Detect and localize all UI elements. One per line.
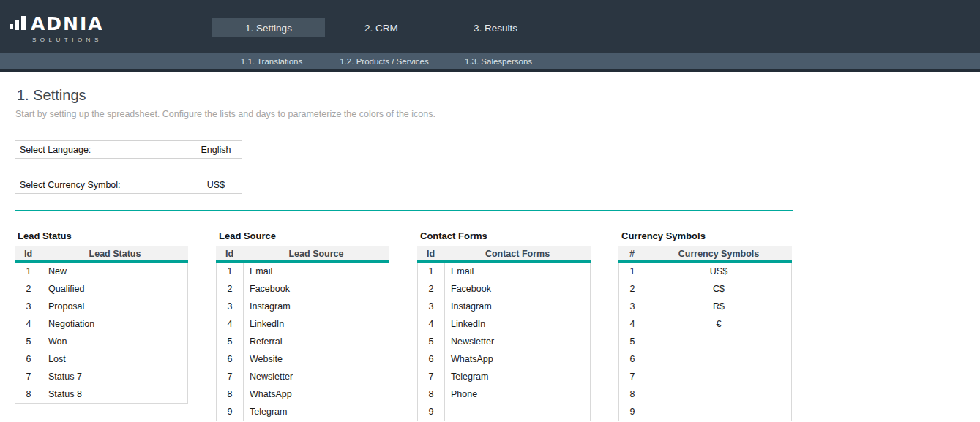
table-row: 5Newsletter bbox=[418, 333, 590, 350]
row-value-cell[interactable] bbox=[646, 385, 791, 403]
subtab-products-services[interactable]: 1.2. Products / Services bbox=[325, 53, 444, 69]
row-value-cell[interactable]: LinkedIn bbox=[244, 315, 389, 333]
language-field-label: Select Language: bbox=[15, 141, 190, 158]
row-id-cell: 6 bbox=[15, 350, 42, 368]
table-body: 1US$2C$3R$4€56789 bbox=[618, 263, 792, 421]
lead-source-table: Lead Source IdLead Source 1Email2Faceboo… bbox=[216, 230, 389, 421]
table-row: 1US$ bbox=[619, 263, 791, 280]
contact-forms-table-title: Contact Forms bbox=[417, 230, 591, 246]
row-value-cell[interactable] bbox=[646, 368, 791, 385]
row-id-cell: 8 bbox=[619, 385, 646, 403]
subtab-salespersons[interactable]: 1.3. Salespersons bbox=[439, 53, 558, 69]
tab-settings[interactable]: 1. Settings bbox=[212, 18, 325, 37]
table-header: IdLead Status bbox=[15, 246, 188, 263]
row-value-cell[interactable]: Qualified bbox=[42, 280, 187, 298]
row-value-cell[interactable] bbox=[646, 403, 791, 421]
row-id-cell: 9 bbox=[619, 403, 646, 421]
row-value-cell[interactable]: Newsletter bbox=[244, 368, 389, 385]
row-value-cell[interactable]: Status 7 bbox=[42, 368, 187, 385]
table-body: 1Email2Facebook3Instagram4LinkedIn5Refer… bbox=[216, 263, 389, 421]
row-value-cell[interactable]: Facebook bbox=[244, 280, 389, 298]
tab-crm[interactable]: 2. CRM bbox=[325, 18, 438, 37]
row-value-cell[interactable]: Lost bbox=[42, 350, 187, 368]
language-select[interactable]: English bbox=[190, 141, 242, 158]
row-value-cell[interactable] bbox=[646, 350, 791, 368]
subtab-translations[interactable]: 1.1. Translations bbox=[212, 53, 331, 69]
row-id-cell: 3 bbox=[15, 298, 42, 315]
row-id-cell: 5 bbox=[418, 333, 445, 350]
row-id-cell: 2 bbox=[15, 280, 42, 298]
row-id-cell: 3 bbox=[619, 298, 646, 315]
table-row: 2Qualified bbox=[15, 280, 187, 298]
row-value-cell[interactable]: Negotiation bbox=[42, 315, 187, 333]
row-value-cell[interactable]: LinkedIn bbox=[445, 315, 590, 333]
table-row: 5Won bbox=[15, 333, 187, 350]
row-value-cell[interactable] bbox=[445, 403, 590, 421]
row-value-cell[interactable]: WhatsApp bbox=[244, 385, 389, 403]
table-row: 3Proposal bbox=[15, 298, 187, 315]
row-value-cell[interactable]: Status 8 bbox=[42, 385, 187, 403]
row-value-cell[interactable]: Email bbox=[244, 263, 389, 280]
table-row: 1Email bbox=[217, 263, 389, 280]
table-row: 7Newsletter bbox=[217, 368, 389, 385]
row-value-cell[interactable]: C$ bbox=[646, 280, 791, 298]
row-value-cell[interactable]: Facebook bbox=[445, 280, 590, 298]
table-row: 9Telegram bbox=[217, 403, 389, 421]
table-row: 6WhatsApp bbox=[418, 350, 590, 368]
table-row: 6Lost bbox=[15, 350, 187, 368]
row-value-cell[interactable]: Telegram bbox=[244, 403, 389, 421]
row-value-cell[interactable]: Website bbox=[244, 350, 389, 368]
row-value-cell[interactable]: R$ bbox=[646, 298, 791, 315]
row-value-cell[interactable]: Instagram bbox=[244, 298, 389, 315]
table-row: 6Website bbox=[217, 350, 389, 368]
row-id-cell: 4 bbox=[619, 315, 646, 333]
row-value-cell[interactable]: Phone bbox=[445, 385, 590, 403]
row-value-cell[interactable]: € bbox=[646, 315, 791, 333]
row-value-cell[interactable] bbox=[646, 333, 791, 350]
row-value-cell[interactable]: US$ bbox=[646, 263, 791, 280]
row-id-cell: 4 bbox=[15, 315, 42, 333]
row-id-cell: 7 bbox=[619, 368, 646, 385]
row-id-cell: 4 bbox=[418, 315, 445, 333]
bar-chart-icon bbox=[10, 16, 27, 30]
app-header: ADNIA SOLUTIONS 1. Settings 2. CRM 3. Re… bbox=[0, 0, 980, 53]
row-value-cell[interactable]: WhatsApp bbox=[445, 350, 590, 368]
row-value-cell[interactable]: New bbox=[42, 263, 187, 280]
value-column-header: Lead Status bbox=[42, 249, 188, 259]
row-value-cell[interactable]: Proposal bbox=[42, 298, 187, 315]
row-value-cell[interactable]: Newsletter bbox=[445, 333, 590, 350]
table-row: 4LinkedIn bbox=[217, 315, 389, 333]
settings-page: ADNIA SOLUTIONS 1. Settings 2. CRM 3. Re… bbox=[0, 0, 980, 422]
row-id-cell: 5 bbox=[217, 333, 244, 350]
currency-field-label: Select Currency Symbol: bbox=[15, 176, 190, 193]
table-row: 1New bbox=[15, 263, 187, 280]
subtab-products-services-label: 1.2. Products / Services bbox=[340, 57, 428, 66]
table-row: 2C$ bbox=[619, 280, 791, 298]
tab-results[interactable]: 3. Results bbox=[439, 18, 552, 37]
table-header: IdContact Forms bbox=[417, 246, 591, 263]
row-value-cell[interactable]: Instagram bbox=[445, 298, 590, 315]
value-column-header: Currency Symbols bbox=[646, 249, 792, 259]
lead-source-table-title: Lead Source bbox=[216, 230, 389, 246]
row-id-cell: 7 bbox=[217, 368, 244, 385]
row-id-cell: 3 bbox=[217, 298, 244, 315]
id-column-header: # bbox=[618, 249, 646, 259]
lead-status-table: Lead Status IdLead Status 1New2Qualified… bbox=[15, 230, 188, 404]
table-row: 6 bbox=[619, 350, 791, 368]
row-value-cell[interactable]: Won bbox=[42, 333, 187, 350]
page-title: 1. Settings bbox=[17, 87, 86, 104]
row-id-cell: 5 bbox=[619, 333, 646, 350]
table-body: 1Email2Facebook3Instagram4LinkedIn5Newsl… bbox=[417, 263, 591, 421]
currency-select[interactable]: US$ bbox=[190, 176, 242, 193]
table-row: 4Negotiation bbox=[15, 315, 187, 333]
row-value-cell[interactable]: Email bbox=[445, 263, 590, 280]
currency-symbols-table: Currency Symbols #Currency Symbols 1US$2… bbox=[618, 230, 792, 421]
adnia-logo: ADNIA SOLUTIONS bbox=[10, 15, 105, 50]
row-value-cell[interactable]: Referral bbox=[244, 333, 389, 350]
id-column-header: Id bbox=[15, 249, 42, 259]
table-row: 8Phone bbox=[418, 385, 590, 403]
row-id-cell: 9 bbox=[217, 403, 244, 421]
row-value-cell[interactable]: Telegram bbox=[445, 368, 590, 385]
value-column-header: Contact Forms bbox=[444, 249, 591, 259]
tab-crm-label: 2. CRM bbox=[364, 23, 398, 34]
